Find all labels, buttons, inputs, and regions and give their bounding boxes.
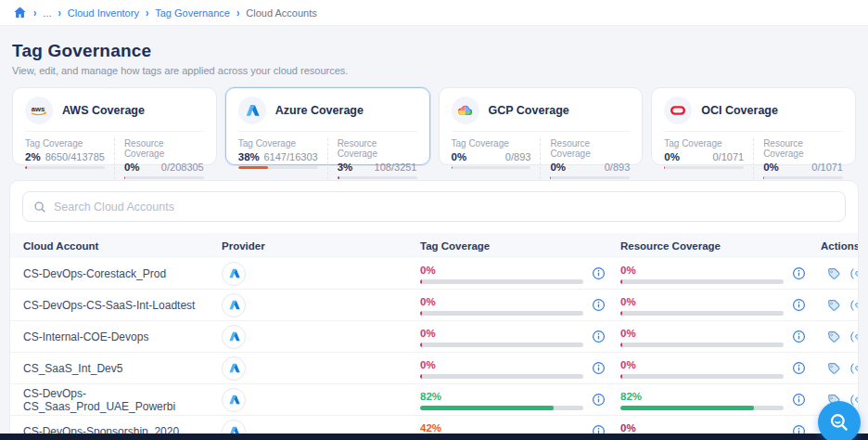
chevron-right-icon: › [58, 6, 61, 19]
bulk-tag-icon[interactable] [850, 266, 859, 281]
table-row[interactable]: CS-DevOps-Corestack_Prod 0% 0% [10, 258, 858, 290]
breadcrumb-tag-governance[interactable]: Tag Governance [155, 7, 230, 19]
resource-coverage-percent: 0% [620, 359, 636, 370]
stat-ratio: 108/3251 [375, 162, 417, 173]
stat-percent: 0% [763, 162, 779, 173]
bulk-tag-icon[interactable] [850, 330, 859, 344]
resource-coverage-track [620, 343, 784, 347]
chevron-right-icon: › [236, 6, 239, 19]
stat-ratio: 0/1071 [811, 162, 843, 173]
stat-percent: 0% [664, 151, 680, 162]
info-icon[interactable] [592, 298, 606, 312]
info-icon[interactable] [792, 266, 806, 280]
aws-logo-icon: aws [25, 97, 53, 124]
table-row[interactable]: CS-DevOps-CS_Saas_Prod_UAE_Powerbi 82% 8… [10, 384, 858, 416]
stat-percent: 3% [338, 162, 353, 173]
search-input[interactable] [54, 201, 835, 214]
progress-fill [338, 176, 340, 179]
progress-fill [664, 166, 665, 169]
svg-text:aws: aws [32, 105, 45, 113]
cloud-account-name: CS-Internal-COE-Devops [23, 330, 222, 343]
resource-coverage-track [620, 406, 784, 410]
stat-ratio: 0/1071 [712, 151, 744, 162]
info-icon[interactable] [592, 393, 606, 407]
home-icon[interactable] [13, 6, 27, 19]
tag-icon[interactable] [826, 330, 841, 344]
stat-label: Resource Coverage [124, 138, 204, 159]
gcp-logo-icon [452, 97, 479, 124]
resource-coverage-percent: 0% [620, 265, 636, 276]
stat-ratio: 0/893 [505, 151, 531, 162]
resource-coverage-percent: 0% [620, 328, 636, 339]
stat-label: Tag Coverage [664, 138, 744, 149]
oci-coverage-card[interactable]: OCI Coverage Tag Coverage 0% 0/1071 Reso… [651, 87, 856, 165]
resource-coverage-percent: 0% [620, 296, 636, 307]
page-subtitle: View, edit, and manage how tags are appl… [12, 65, 856, 76]
progress-fill [124, 176, 125, 179]
progress-fill [25, 166, 27, 169]
progress-track [452, 166, 531, 169]
tag-coverage-track [420, 279, 583, 284]
info-icon[interactable] [592, 266, 606, 280]
card-title: Azure Coverage [275, 104, 364, 117]
progress-fill [763, 176, 764, 179]
bulk-tag-icon[interactable] [850, 298, 859, 313]
stat-percent: 2% [25, 151, 41, 162]
tag-icon[interactable] [826, 298, 841, 313]
tag-coverage-percent: 42% [420, 422, 441, 434]
tag-coverage-percent: 0% [420, 328, 436, 339]
progress-track [338, 176, 417, 179]
stat-label: Tag Coverage [452, 138, 531, 149]
breadcrumb: › ... › Cloud Inventory › Tag Governance… [0, 0, 868, 26]
breadcrumb-cloud-accounts: Cloud Accounts [246, 7, 316, 19]
table-row[interactable]: CS_SaaS_Int_Dev5 0% 0% [10, 353, 858, 384]
azure-provider-icon [222, 293, 246, 317]
stat-ratio: 0/208305 [161, 162, 204, 173]
bulk-tag-icon[interactable] [850, 361, 859, 376]
resource-coverage-track [620, 374, 784, 379]
stat-label: Tag Coverage [25, 138, 105, 149]
search-assistant-fab[interactable] [818, 401, 861, 440]
tag-icon[interactable] [826, 361, 841, 376]
table-row[interactable]: CS-DevOps-CS-SaaS-Int-Loadtest 0% 0% [10, 290, 858, 321]
resource-coverage-track [620, 311, 784, 316]
stat-label: Resource Coverage [338, 138, 417, 159]
tag-coverage-percent: 0% [420, 359, 436, 370]
search-box[interactable] [22, 191, 846, 222]
progress-fill [452, 166, 453, 169]
stat-percent: 38% [238, 151, 260, 162]
page-title: Tag Governance [12, 41, 856, 61]
info-icon[interactable] [592, 361, 606, 375]
info-icon[interactable] [792, 393, 806, 407]
table-header: Cloud Account Provider Tag Coverage Reso… [10, 233, 858, 258]
resource-coverage-percent: 0% [620, 422, 636, 434]
stat-label: Resource Coverage [763, 138, 843, 159]
tag-coverage-track [420, 374, 583, 379]
tag-icon[interactable] [826, 266, 841, 281]
breadcrumb-cloud-inventory[interactable]: Cloud Inventory [68, 7, 139, 19]
azure-provider-icon [222, 325, 246, 349]
column-cloud-account: Cloud Account [23, 240, 222, 252]
info-icon[interactable] [792, 298, 806, 312]
stat-ratio: 0/893 [605, 162, 631, 173]
table-row[interactable]: CS-Internal-COE-Devops 0% 0% [10, 321, 858, 353]
gcp-coverage-card[interactable]: GCP Coverage Tag Coverage 0% 0/893 Resou… [439, 87, 644, 165]
column-provider: Provider [222, 240, 420, 252]
progress-track [550, 176, 630, 179]
azure-provider-icon [222, 388, 246, 412]
tag-coverage-percent: 0% [420, 296, 436, 307]
cloud-account-name: CS-DevOps-CS_Saas_Prod_UAE_Powerbi [23, 387, 222, 413]
azure-logo-icon [238, 97, 266, 124]
info-icon[interactable] [792, 361, 806, 375]
info-icon[interactable] [592, 330, 606, 343]
tag-coverage-track [420, 343, 583, 347]
stat-ratio: 8650/413785 [45, 151, 105, 162]
info-icon[interactable] [792, 330, 806, 343]
azure-coverage-card[interactable]: Azure Coverage Tag Coverage 38% 6147/163… [225, 87, 430, 165]
aws-coverage-card[interactable]: aws AWS Coverage Tag Coverage 2% 8650/41… [12, 87, 217, 165]
breadcrumb-ellipsis[interactable]: ... [43, 7, 51, 19]
tag-coverage-track [420, 311, 583, 316]
stat-ratio: 6147/16303 [264, 151, 318, 162]
progress-fill [238, 166, 269, 169]
progress-track [124, 176, 204, 179]
